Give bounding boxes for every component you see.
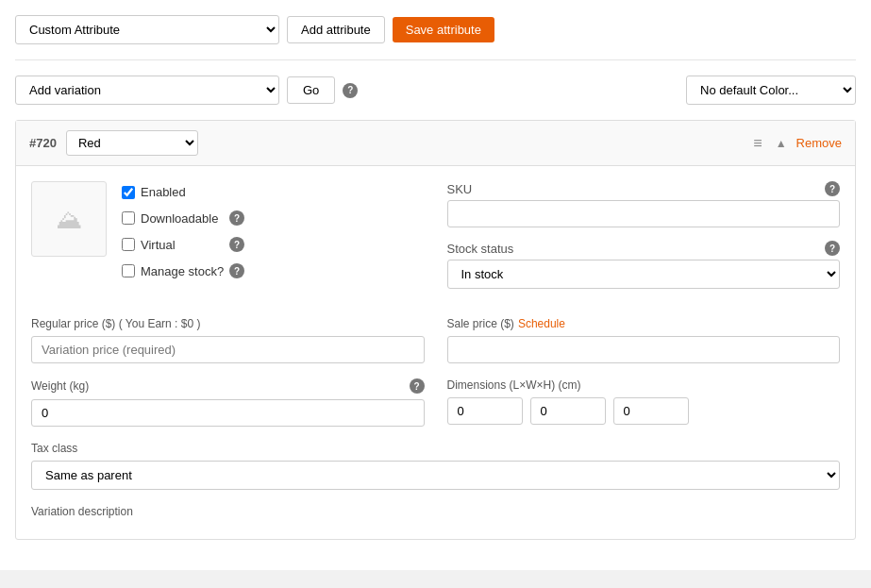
weight-label: Weight (kg) ? [31, 378, 425, 394]
downloadable-help-icon: ? [229, 210, 244, 226]
menu-icon[interactable]: ≡ [753, 135, 762, 152]
default-color-select[interactable]: No default Color... [686, 76, 856, 105]
attribute-row: Custom Attribute Add attribute Save attr… [15, 15, 856, 60]
stock-status-select[interactable]: In stock Out of stock On backorder [447, 260, 841, 289]
downloadable-checkbox-row[interactable]: Downloadable ? [122, 210, 244, 226]
dim-w-input[interactable] [530, 397, 606, 425]
enabled-checkbox-row[interactable]: Enabled [122, 185, 244, 199]
virtual-help-icon: ? [229, 237, 244, 252]
tax-class-label: Tax class [31, 442, 840, 455]
virtual-label: Virtual [141, 238, 176, 252]
regular-price-input[interactable] [31, 336, 425, 363]
downloadable-checkbox[interactable] [122, 211, 135, 225]
attribute-select[interactable]: Custom Attribute [15, 15, 279, 44]
downloadable-label: Downloadable [141, 211, 218, 226]
sku-field-group: SKU ? [447, 181, 841, 227]
variation-description-row: Variation description [16, 505, 855, 539]
manage-stock-help-icon: ? [229, 263, 244, 278]
price-row: Regular price ($) ( You Earn : $0 ) Sale… [16, 317, 855, 378]
variation-image-placeholder[interactable]: ⛰ [31, 181, 107, 257]
variation-color-select[interactable]: Red Blue Green [66, 130, 198, 156]
weight-col: Weight (kg) ? [31, 378, 425, 427]
save-attribute-button[interactable]: Save attribute [393, 17, 494, 42]
stock-status-help-icon: ? [825, 241, 840, 256]
variation-id: #720 [29, 136, 57, 150]
stock-status-field-group: Stock status ? In stock Out of stock On … [447, 241, 841, 289]
left-col: ⛰ Enabled Downloadable ? Virtual [31, 181, 425, 302]
variation-description-label: Variation description [31, 505, 840, 518]
sku-help-icon: ? [825, 181, 840, 196]
schedule-link[interactable]: Schedule [518, 317, 565, 330]
sku-input[interactable] [447, 200, 841, 227]
weight-help-icon: ? [410, 378, 425, 394]
dimensions-inputs [447, 397, 841, 425]
checkboxes-group: Enabled Downloadable ? Virtual ? Ma [122, 181, 244, 302]
regular-price-label: Regular price ($) ( You Earn : $0 ) [31, 317, 425, 330]
go-button[interactable]: Go [287, 76, 335, 104]
remove-button[interactable]: Remove [796, 136, 842, 150]
dim-l-input[interactable] [447, 397, 523, 425]
enabled-label: Enabled [141, 185, 186, 199]
manage-stock-label: Manage stock? [141, 264, 224, 278]
variation-body: ⛰ Enabled Downloadable ? Virtual [16, 166, 855, 317]
virtual-checkbox-row[interactable]: Virtual ? [122, 237, 244, 252]
virtual-checkbox[interactable] [122, 238, 135, 251]
add-attribute-button[interactable]: Add attribute [287, 16, 385, 43]
dimensions-label: Dimensions (L×W×H) (cm) [447, 378, 841, 392]
dimensions-col: Dimensions (L×W×H) (cm) [447, 378, 841, 427]
right-col: SKU ? Stock status ? In stock Out of sto… [447, 181, 841, 302]
regular-price-col: Regular price ($) ( You Earn : $0 ) [31, 317, 425, 363]
sale-price-col: Sale price ($) Schedule [447, 317, 841, 363]
stock-status-label: Stock status ? [447, 241, 841, 256]
add-variation-select[interactable]: Add variation [15, 76, 279, 105]
tax-class-select[interactable]: Same as parent Standard Reduced rate Zer… [31, 461, 840, 490]
manage-stock-checkbox[interactable] [122, 264, 135, 277]
dim-h-input[interactable] [613, 397, 689, 425]
sale-price-input[interactable] [447, 336, 841, 363]
variation-help-icon: ? [343, 83, 358, 98]
sku-label: SKU ? [447, 181, 841, 196]
variation-header: #720 Red Blue Green ≡ ▲ Remove [16, 121, 855, 166]
variation-row: Add variation Go ? No default Color... [15, 76, 856, 105]
expand-icon[interactable]: ▲ [776, 137, 787, 150]
enabled-checkbox[interactable] [122, 186, 135, 199]
weight-dims-row: Weight (kg) ? Dimensions (L×W×H) (cm) [16, 378, 855, 442]
manage-stock-checkbox-row[interactable]: Manage stock? ? [122, 263, 244, 278]
weight-input[interactable] [31, 399, 425, 427]
tax-class-row: Tax class Same as parent Standard Reduce… [16, 442, 855, 505]
variation-panel: #720 Red Blue Green ≡ ▲ Remove ⛰ [15, 120, 856, 540]
sale-price-label: Sale price ($) Schedule [447, 317, 841, 330]
image-icon: ⛰ [56, 204, 82, 235]
